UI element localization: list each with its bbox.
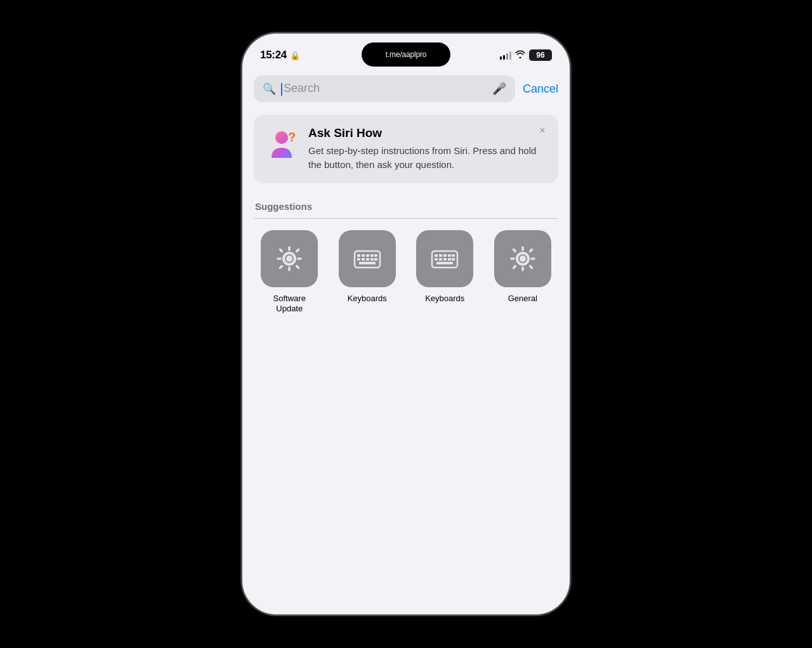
mic-icon[interactable]: 🎤 xyxy=(492,82,506,96)
keyboards-1-icon xyxy=(339,230,396,287)
svg-rect-8 xyxy=(374,254,377,257)
siri-card-body: Ask Siri How Get step-by-step instructio… xyxy=(308,126,548,172)
svg-rect-23 xyxy=(443,258,447,261)
lock-icon: 🔒 xyxy=(290,51,300,60)
siri-card-title: Ask Siri How xyxy=(308,126,548,140)
svg-point-27 xyxy=(520,256,526,262)
svg-rect-13 xyxy=(374,258,377,261)
suggestions-divider xyxy=(254,218,558,219)
status-right: 96 xyxy=(500,49,552,61)
svg-rect-24 xyxy=(448,258,451,261)
suggestions-grid: SoftwareUpdate xyxy=(254,230,558,315)
svg-rect-6 xyxy=(366,254,369,257)
status-time: 15:24 xyxy=(260,49,287,62)
keyboards-2-label: Keyboards xyxy=(425,294,464,304)
siri-card: ? Ask Siri How Get step-by-step instruct… xyxy=(254,115,558,183)
svg-rect-16 xyxy=(435,254,438,257)
siri-card-description: Get step-by-step instructions from Siri.… xyxy=(308,144,548,172)
battery-level: 96 xyxy=(536,51,544,60)
svg-rect-4 xyxy=(357,254,360,257)
cancel-button[interactable]: Cancel xyxy=(523,82,558,96)
svg-rect-9 xyxy=(357,258,360,261)
wifi-icon xyxy=(515,50,525,60)
svg-rect-12 xyxy=(370,258,374,261)
suggestion-software-update[interactable]: SoftwareUpdate xyxy=(254,230,325,315)
svg-point-0 xyxy=(275,131,288,144)
general-label: General xyxy=(508,294,537,304)
siri-close-button[interactable]: × xyxy=(535,124,549,138)
svg-rect-14 xyxy=(359,262,376,264)
screen: 15:24 🔒 96 t xyxy=(242,34,570,614)
siri-icon: ? xyxy=(264,126,299,162)
suggestion-general[interactable]: General xyxy=(487,230,559,315)
svg-rect-25 xyxy=(452,258,455,261)
phone-frame: 15:24 🔒 96 t xyxy=(241,32,571,616)
software-update-icon xyxy=(261,230,318,287)
general-icon xyxy=(494,230,551,287)
svg-rect-21 xyxy=(435,258,438,261)
dynamic-island: t.me/aaplpro xyxy=(362,42,450,67)
svg-rect-5 xyxy=(362,254,365,257)
svg-rect-19 xyxy=(448,254,451,257)
signal-bars-icon xyxy=(500,51,511,60)
search-bar[interactable]: 🔍 Search 🎤 xyxy=(254,75,515,102)
svg-point-2 xyxy=(286,256,292,262)
keyboards-2-icon xyxy=(416,230,473,287)
svg-rect-18 xyxy=(443,254,447,257)
keyboards-1-label: Keyboards xyxy=(348,294,387,304)
cursor xyxy=(281,83,282,96)
svg-rect-20 xyxy=(452,254,455,257)
search-row: 🔍 Search 🎤 Cancel xyxy=(254,75,558,102)
svg-rect-7 xyxy=(370,254,374,257)
suggestion-keyboards-1[interactable]: Keyboards xyxy=(332,230,403,315)
svg-rect-26 xyxy=(436,262,453,264)
software-update-label: SoftwareUpdate xyxy=(273,294,306,315)
svg-rect-17 xyxy=(439,254,442,257)
svg-rect-22 xyxy=(439,258,442,261)
main-content: 🔍 Search 🎤 Cancel xyxy=(242,68,570,314)
suggestion-keyboards-2[interactable]: Keyboards xyxy=(409,230,481,315)
svg-rect-10 xyxy=(362,258,365,261)
battery-icon: 96 xyxy=(529,49,552,61)
svg-rect-11 xyxy=(366,258,369,261)
suggestions-label: Suggestions xyxy=(254,201,558,212)
search-input[interactable]: Search xyxy=(281,82,487,95)
search-icon: 🔍 xyxy=(263,84,276,94)
svg-text:?: ? xyxy=(288,130,296,144)
dynamic-island-text: t.me/aaplpro xyxy=(386,50,426,59)
